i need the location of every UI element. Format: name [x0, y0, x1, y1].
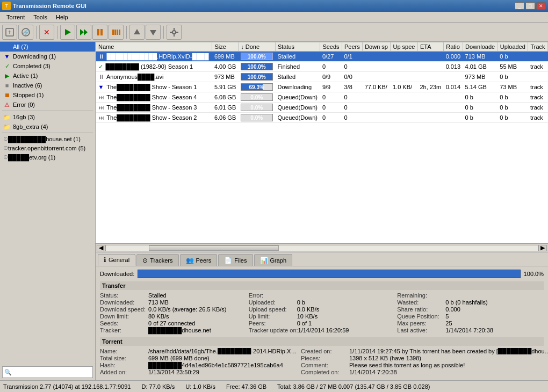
sidebar-item-error[interactable]: ⚠ Error (0): [0, 100, 95, 110]
hscroll-track[interactable]: [105, 245, 538, 251]
close-button[interactable]: ✕: [536, 2, 546, 10]
sb-connection: Transmission 2.77 (14074) at 192.168.1.7…: [3, 383, 131, 390]
cell-uploaded: 0 b: [497, 92, 528, 103]
hscroll[interactable]: ◀ ▶: [96, 243, 548, 252]
col-status[interactable]: Status: [275, 42, 320, 52]
table-header-row: Name Size ↓ Done Status Seeds Peers Down…: [96, 42, 548, 52]
tab-peers[interactable]: 👥 Peers: [180, 254, 218, 266]
graph-tab-icon: 📊: [260, 257, 268, 264]
move-down-button[interactable]: [146, 25, 161, 40]
cell-downloaded: 973 MB: [463, 72, 498, 82]
pieces-value: 1398 x 512 KB (have 1398): [349, 355, 421, 361]
cell-status: Queued(Down): [275, 92, 320, 103]
col-ratio[interactable]: Ratio: [444, 42, 463, 52]
sidebar-tracker-3[interactable]: ⊙ █████etv.org (1): [0, 153, 95, 162]
table-row[interactable]: ⏭ The████████ Show - Season 3 6.01 GB 0.…: [96, 103, 548, 113]
table-row[interactable]: ▼ The████████ Show - Season 1 5.91 GB 69…: [96, 82, 548, 92]
sidebar-item-inactive[interactable]: ■ Inactive (6): [0, 81, 95, 90]
cell-uploaded: 0 b: [497, 103, 528, 113]
menu-tools[interactable]: Tools: [29, 13, 52, 21]
cell-down-speed: [363, 72, 391, 82]
sidebar-search-area: 🔍: [0, 364, 95, 380]
menu-help[interactable]: Help: [52, 13, 73, 21]
cell-seeds: 0: [320, 113, 342, 123]
col-downloaded[interactable]: Downloade: [463, 42, 498, 52]
cell-name: ⏸ Anonymous████.avi: [96, 72, 212, 82]
table-row[interactable]: ⏭ The████████ Show - Season 4 6.08 GB 0.…: [96, 92, 548, 103]
table-row[interactable]: ⏸ ████████████.HDRip.XviD-████ 699 MB 10…: [96, 52, 548, 62]
maximize-button[interactable]: □: [525, 2, 535, 10]
sidebar-item-folder-16gb[interactable]: 📁 16gb (3): [0, 112, 95, 122]
preferences-button[interactable]: [167, 25, 182, 40]
table-row[interactable]: ⏸ Anonymous████.avi 973 MB 100.0% Stalle…: [96, 72, 548, 82]
toolbar: + 🔗 ✕: [0, 23, 548, 42]
col-eta[interactable]: ETA: [417, 42, 443, 52]
col-size[interactable]: Size: [212, 42, 239, 52]
cell-eta: [417, 92, 443, 103]
hscroll-right[interactable]: ▶: [538, 245, 547, 251]
col-done[interactable]: ↓ Done: [239, 42, 276, 52]
col-down-speed[interactable]: Down sp: [363, 42, 391, 52]
max-peers-label: Max peers:: [397, 320, 445, 326]
cell-done: 69.3%: [239, 82, 276, 92]
svg-point-16: [172, 31, 176, 34]
remove-button[interactable]: ✕: [39, 25, 54, 40]
svg-rect-13: [119, 30, 120, 35]
svg-rect-8: [97, 29, 99, 35]
cell-done: 100.0%: [239, 52, 276, 62]
tab-files-label: Files: [234, 257, 247, 264]
sidebar-item-stopped[interactable]: ⏹ Stopped (1): [0, 90, 95, 100]
downloading-icon: ▼: [3, 53, 11, 60]
torrent-col-2: Created on: 1/11/2014 19:27:45 by This t…: [301, 348, 548, 376]
start-button[interactable]: [60, 25, 75, 40]
col-name[interactable]: Name: [96, 42, 212, 52]
cell-ratio: 0.000: [444, 52, 463, 62]
add-link-button[interactable]: 🔗: [18, 25, 33, 40]
col-uploaded[interactable]: Uploaded: [497, 42, 528, 52]
cell-status: Queued(Down): [275, 103, 320, 113]
table-row[interactable]: ⏭ The████████ Show - Season 2 6.06 GB 0.…: [96, 113, 548, 123]
tab-trackers-label: Trackers: [150, 257, 172, 264]
completed-on-row: Completed on: 1/14/2014 7:20:38: [301, 369, 548, 375]
tab-general[interactable]: ℹ General: [98, 254, 135, 266]
pause-button[interactable]: [92, 25, 107, 40]
down-limit-row: Down limit: 80 KB/s: [100, 313, 247, 320]
trackers-tab-icon: ⊙: [142, 257, 148, 264]
menu-torrent[interactable]: Torrent: [2, 13, 29, 21]
col-up-speed[interactable]: Up spee: [391, 42, 418, 52]
add-torrent-button[interactable]: +: [2, 25, 17, 40]
sidebar-item-active[interactable]: ▶ Active (1): [0, 71, 95, 81]
sidebar-tracker-2[interactable]: ⊙ tracker.openbittorrent.com (5): [0, 143, 95, 153]
cell-done: 0.0%: [239, 92, 276, 103]
sidebar-item-completed[interactable]: ✓ Completed (3): [0, 61, 95, 71]
move-up-button[interactable]: [129, 25, 145, 40]
sidebar-tracker-1[interactable]: ⊙ █████████house.net (1): [0, 134, 95, 143]
tab-graph[interactable]: 📊 Graph: [254, 254, 293, 266]
table-row[interactable]: ✓ ████████ (1982-90) Season 1 4.00 GB 10…: [96, 62, 548, 72]
start-all-button[interactable]: [76, 25, 91, 40]
wasted-label: Wasted:: [397, 299, 445, 306]
cell-tracker: track: [528, 113, 548, 123]
hscroll-thumb[interactable]: [149, 245, 278, 251]
search-input[interactable]: [13, 367, 92, 378]
cell-seeds: 0: [320, 103, 342, 113]
col-seeds[interactable]: Seeds: [320, 42, 342, 52]
hscroll-left[interactable]: ◀: [97, 245, 105, 251]
pause-all-button[interactable]: [109, 25, 124, 40]
tracker-icon-2: ⊙: [3, 144, 8, 151]
col-peers[interactable]: Peers: [342, 42, 362, 52]
upload-speed-label: Upload speed:: [249, 306, 297, 313]
peers-row: Peers: 0 of 1: [249, 320, 395, 326]
cell-downloaded: 4.01 GB: [463, 62, 498, 72]
torrent-list[interactable]: Name Size ↓ Done Status Seeds Peers Down…: [96, 42, 548, 243]
sidebar-item-downloading[interactable]: ▼ Downloading (1): [0, 52, 95, 61]
col-tracker[interactable]: Track: [528, 42, 548, 52]
total-size-value: 699 MB (699 MB done): [148, 355, 210, 361]
minimize-button[interactable]: _: [515, 2, 524, 10]
error-icon: ⚠: [3, 101, 11, 108]
sidebar-item-all[interactable]: All (7): [0, 42, 95, 52]
tab-files[interactable]: 📄 Files: [218, 254, 253, 266]
sidebar-item-folder-8gb[interactable]: 📁 8gb_extra (4): [0, 122, 95, 132]
uploaded-value: 0 b: [297, 299, 305, 306]
tab-trackers[interactable]: ⊙ Trackers: [136, 254, 178, 266]
